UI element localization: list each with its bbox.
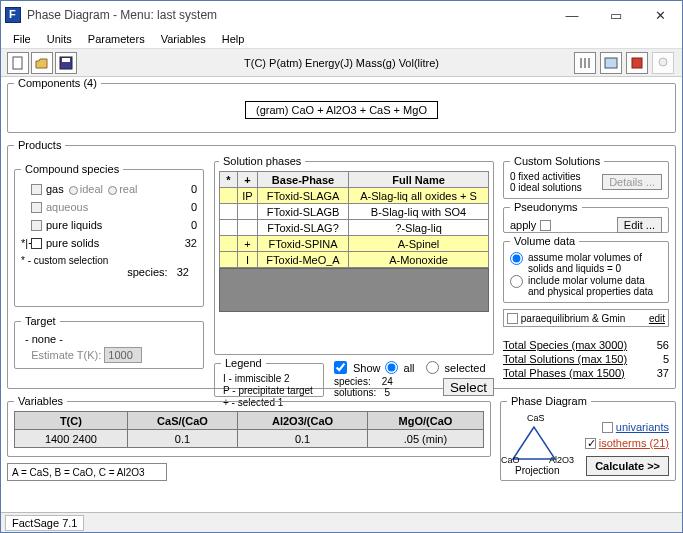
table-row[interactable]: +FToxid-SPINAA-Spinel — [220, 236, 489, 252]
show-selected-label: selected — [445, 362, 486, 374]
isotherms-checkbox[interactable]: ✓ — [585, 438, 596, 449]
menubar: File Units Parameters Variables Help — [1, 29, 682, 49]
menu-variables[interactable]: Variables — [153, 31, 214, 47]
volume-data-group: Volume data assume molar volumes of soli… — [503, 235, 669, 303]
tool-bulb-icon[interactable] — [652, 52, 674, 74]
paraequilibrium-label: paraequilibrium & Gmin — [521, 313, 626, 324]
show-species-count: 24 — [382, 376, 393, 387]
statusbar: FactSage 7.1 — [1, 512, 682, 532]
svg-rect-2 — [62, 58, 70, 62]
window-title: Phase Diagram - Menu: last system — [27, 8, 550, 22]
totals-panel: Total Species (max 3000) 56 Total Soluti… — [503, 337, 669, 381]
paraequilibrium-edit-link[interactable]: edit — [649, 313, 665, 324]
components-legend: Components (4) — [14, 77, 101, 89]
svg-rect-6 — [605, 58, 617, 68]
version-label: FactSage 7.1 — [5, 515, 84, 531]
col-base: Base-Phase — [258, 172, 349, 188]
pure-solids-count: 32 — [175, 237, 197, 249]
menu-parameters[interactable]: Parameters — [80, 31, 153, 47]
components-group: Components (4) (gram) CaO + Al2O3 + CaS … — [7, 77, 676, 133]
select-button[interactable]: Select — [443, 378, 494, 396]
gas-checkbox[interactable] — [31, 184, 42, 195]
col-plus: + — [238, 172, 258, 188]
table-row[interactable]: IFToxid-MeO_AA-Monoxide — [220, 252, 489, 268]
new-icon[interactable] — [7, 52, 29, 74]
gas-ideal-radio[interactable] — [69, 186, 78, 195]
close-button[interactable]: ✕ — [638, 1, 682, 29]
tool-book-icon[interactable] — [626, 52, 648, 74]
legend-legend: Legend — [221, 357, 266, 369]
maximize-button[interactable]: ▭ — [594, 1, 638, 29]
custom-solutions-legend: Custom Solutions — [510, 155, 604, 167]
variable-cell[interactable]: 1400 2400 — [15, 430, 128, 448]
products-group: Products Compound species gas ideal real… — [7, 139, 676, 389]
variable-header[interactable]: Al2O3/(CaO — [238, 412, 368, 430]
table-row[interactable]: FToxid-SLAGBB-Slag-liq with SO4 — [220, 204, 489, 220]
variables-group: Variables T(C)CaS/(CaOAl2O3/(CaOMgO/(CaO… — [7, 395, 491, 457]
target-group: Target - none - Estimate T(K): 1000 — [14, 315, 204, 369]
gas-label: gas — [46, 183, 64, 195]
pseudonyms-group: Pseudonyms apply Edit ... — [503, 201, 669, 233]
pure-liquids-checkbox[interactable] — [31, 220, 42, 231]
components-formula[interactable]: (gram) CaO + Al2O3 + CaS + MgO — [245, 101, 438, 119]
volume-assume-radio[interactable] — [510, 252, 523, 265]
menu-file[interactable]: File — [5, 31, 39, 47]
gas-count: 0 — [175, 183, 197, 195]
solution-phases-legend: Solution phases — [219, 155, 305, 167]
paraequilibrium-checkbox[interactable] — [507, 313, 518, 324]
triangle-right-label: Al2O3 — [549, 455, 574, 465]
tool-columns-icon[interactable] — [574, 52, 596, 74]
total-phases-label[interactable]: Total Phases (max 1500) — [503, 367, 625, 379]
estimate-input[interactable]: 1000 — [104, 347, 142, 363]
variables-table[interactable]: T(C)CaS/(CaOAl2O3/(CaOMgO/(CaO 1400 2400… — [14, 411, 484, 448]
table-row[interactable]: FToxid-SLAG??-Slag-liq — [220, 220, 489, 236]
total-species-label[interactable]: Total Species (max 3000) — [503, 339, 627, 351]
variable-header[interactable]: T(C) — [15, 412, 128, 430]
aqueous-count: 0 — [175, 201, 197, 213]
custom-selection-note: * - custom selection — [21, 255, 197, 266]
aqueous-checkbox[interactable] — [31, 202, 42, 213]
details-button[interactable]: Details ... — [602, 174, 662, 190]
pure-solids-checkbox[interactable] — [31, 238, 42, 249]
solution-phases-table[interactable]: * + Base-Phase Full Name IPFToxid-SLAGAA… — [219, 171, 489, 268]
svg-rect-0 — [13, 57, 22, 69]
triangle-top-label: CaS — [527, 413, 545, 423]
gas-real-radio[interactable] — [108, 186, 117, 195]
pseudonyms-apply-checkbox[interactable] — [540, 220, 551, 231]
minimize-button[interactable]: — — [550, 1, 594, 29]
svg-point-8 — [659, 58, 667, 66]
paraequilibrium-row: paraequilibrium & Gmin edit — [503, 309, 669, 327]
table-row[interactable]: IPFToxid-SLAGAA-Slag-liq all oxides + S — [220, 188, 489, 204]
custom-ideal-solutions: 0 ideal solutions — [510, 182, 602, 193]
variable-cell[interactable]: .05 (min) — [367, 430, 483, 448]
tool-window-icon[interactable] — [600, 52, 622, 74]
isotherms-label[interactable]: isotherms (21) — [599, 437, 669, 449]
menu-units[interactable]: Units — [39, 31, 80, 47]
calculate-button[interactable]: Calculate >> — [586, 456, 669, 476]
variable-header[interactable]: MgO/(CaO — [367, 412, 483, 430]
show-selected-radio[interactable] — [426, 361, 439, 374]
show-all-radio[interactable] — [385, 361, 398, 374]
pseudonyms-apply-label: apply — [510, 219, 536, 231]
custom-fixed-activities: 0 fixed activities — [510, 171, 602, 182]
variable-header[interactable]: CaS/(CaO — [127, 412, 237, 430]
variable-cell[interactable]: 0.1 — [127, 430, 237, 448]
total-solutions-label[interactable]: Total Solutions (max 150) — [503, 353, 627, 365]
open-icon[interactable] — [31, 52, 53, 74]
products-legend: Products — [14, 139, 65, 151]
univariants-label[interactable]: univariants — [616, 421, 669, 433]
show-checkbox[interactable] — [334, 361, 347, 374]
pseudonyms-edit-button[interactable]: Edit ... — [617, 217, 662, 233]
pure-solids-label: pure solids — [46, 237, 175, 249]
menu-help[interactable]: Help — [214, 31, 253, 47]
volume-include-radio[interactable] — [510, 275, 523, 288]
save-icon[interactable] — [55, 52, 77, 74]
compound-species-group: Compound species gas ideal real 0 aqueou… — [14, 163, 204, 307]
pseudonyms-legend: Pseudonyms — [510, 201, 582, 213]
variables-legend: Variables — [14, 395, 67, 407]
phase-diagram-group: Phase Diagram CaS CaO Al2O3 univariants … — [500, 395, 676, 481]
target-none: - none - — [25, 333, 193, 345]
univariants-checkbox[interactable] — [602, 422, 613, 433]
variable-cell[interactable]: 0.1 — [238, 430, 368, 448]
volume-data-legend: Volume data — [510, 235, 579, 247]
